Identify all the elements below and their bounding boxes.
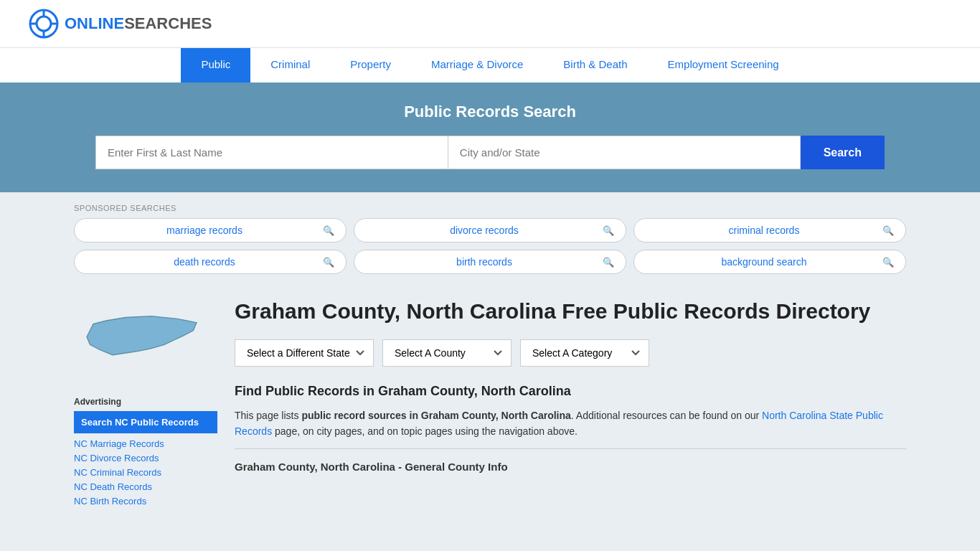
pill-background-search-text: background search xyxy=(646,256,882,268)
main-layout: Advertising Search NC Public Records NC … xyxy=(74,291,906,509)
search-icon: 🔍 xyxy=(882,257,894,268)
svg-marker-6 xyxy=(87,316,197,355)
list-item: NC Birth Records xyxy=(74,495,217,507)
main-content: Graham County, North Carolina Free Publi… xyxy=(235,297,906,509)
county-dropdown[interactable]: Select A County xyxy=(382,339,512,367)
dropdowns-row: Select a Different State Select A County… xyxy=(235,339,906,367)
hero-title: Public Records Search xyxy=(29,103,951,121)
pill-background-search[interactable]: background search 🔍 xyxy=(633,250,906,274)
sidebar-link-birth[interactable]: NC Birth Records xyxy=(74,496,146,507)
sidebar-ad-button[interactable]: Search NC Public Records xyxy=(74,411,217,433)
logo-online: ONLINE xyxy=(65,14,124,32)
find-records-heading: Find Public Records in Graham County, No… xyxy=(235,384,906,399)
pill-divorce-records[interactable]: divorce records 🔍 xyxy=(354,218,626,242)
sponsored-grid: marriage records 🔍 divorce records 🔍 cri… xyxy=(74,218,906,274)
main-nav: Public Criminal Property Marriage & Divo… xyxy=(0,47,980,83)
pill-birth-records-text: birth records xyxy=(366,256,603,268)
sidebar-link-marriage[interactable]: NC Marriage Records xyxy=(74,438,164,449)
search-button[interactable]: Search xyxy=(801,136,885,169)
pill-criminal-records-text: criminal records xyxy=(646,225,882,236)
search-icon: 🔍 xyxy=(603,257,614,268)
search-icon: 🔍 xyxy=(323,257,334,268)
search-icon: 🔍 xyxy=(603,225,614,236)
logo-text: ONLINESEARCHES xyxy=(65,14,212,33)
content-wrapper: SPONSORED SEARCHES marriage records 🔍 di… xyxy=(45,204,935,509)
nav-item-property[interactable]: Property xyxy=(330,48,411,83)
sidebar-ad-label: Advertising xyxy=(74,397,217,407)
search-bar: Search xyxy=(95,136,885,169)
pill-death-records-text: death records xyxy=(86,256,323,268)
sidebar-link-criminal[interactable]: NC Criminal Records xyxy=(74,467,161,478)
svg-point-1 xyxy=(37,17,51,31)
name-input[interactable] xyxy=(95,136,448,169)
nav-item-criminal[interactable]: Criminal xyxy=(250,48,330,83)
category-dropdown[interactable]: Select A Category xyxy=(520,339,649,367)
sidebar-links: NC Marriage Records NC Divorce Records N… xyxy=(74,438,217,507)
sidebar-link-death[interactable]: NC Death Records xyxy=(74,481,152,492)
nc-map-svg xyxy=(74,297,203,383)
find-text-part1: This page lists xyxy=(235,410,301,421)
general-info-heading: Graham County, North Carolina - General … xyxy=(235,455,906,479)
pill-criminal-records[interactable]: criminal records 🔍 xyxy=(633,218,906,242)
list-item: NC Criminal Records xyxy=(74,466,217,478)
sponsored-label: SPONSORED SEARCHES xyxy=(74,204,906,212)
page-title: Graham County, North Carolina Free Publi… xyxy=(235,297,906,325)
list-item: NC Divorce Records xyxy=(74,452,217,463)
pill-marriage-records-text: marriage records xyxy=(86,225,323,236)
nav-item-marriage-divorce[interactable]: Marriage & Divorce xyxy=(411,48,543,83)
section-divider xyxy=(235,448,906,449)
find-text-part3: page, on city pages, and on topic pages … xyxy=(272,425,578,437)
find-text-bold: public record sources in Graham County, … xyxy=(301,410,570,421)
logo: ONLINESEARCHES xyxy=(29,9,212,39)
pill-death-records[interactable]: death records 🔍 xyxy=(74,250,347,274)
find-records-text: This page lists public record sources in… xyxy=(235,408,906,440)
nav-item-employment[interactable]: Employment Screening xyxy=(648,48,799,83)
logo-searches: SEARCHES xyxy=(124,14,212,32)
state-dropdown[interactable]: Select a Different State xyxy=(235,339,374,367)
list-item: NC Marriage Records xyxy=(74,438,217,449)
location-input[interactable] xyxy=(448,136,801,169)
sidebar-link-divorce[interactable]: NC Divorce Records xyxy=(74,453,159,463)
list-item: NC Death Records xyxy=(74,481,217,492)
pill-marriage-records[interactable]: marriage records 🔍 xyxy=(74,218,347,242)
pill-birth-records[interactable]: birth records 🔍 xyxy=(354,250,626,274)
header: ONLINESEARCHES xyxy=(0,0,980,47)
state-map xyxy=(74,297,217,385)
sidebar: Advertising Search NC Public Records NC … xyxy=(74,297,217,509)
search-icon: 🔍 xyxy=(882,225,894,236)
logo-icon xyxy=(29,9,59,39)
search-icon: 🔍 xyxy=(323,225,334,236)
nav-item-public[interactable]: Public xyxy=(181,48,250,83)
find-text-part2: . Additional resources can be found on o… xyxy=(571,410,762,421)
pill-divorce-records-text: divorce records xyxy=(366,225,603,236)
hero-section: Public Records Search Search xyxy=(0,83,980,192)
nav-item-birth-death[interactable]: Birth & Death xyxy=(543,48,647,83)
